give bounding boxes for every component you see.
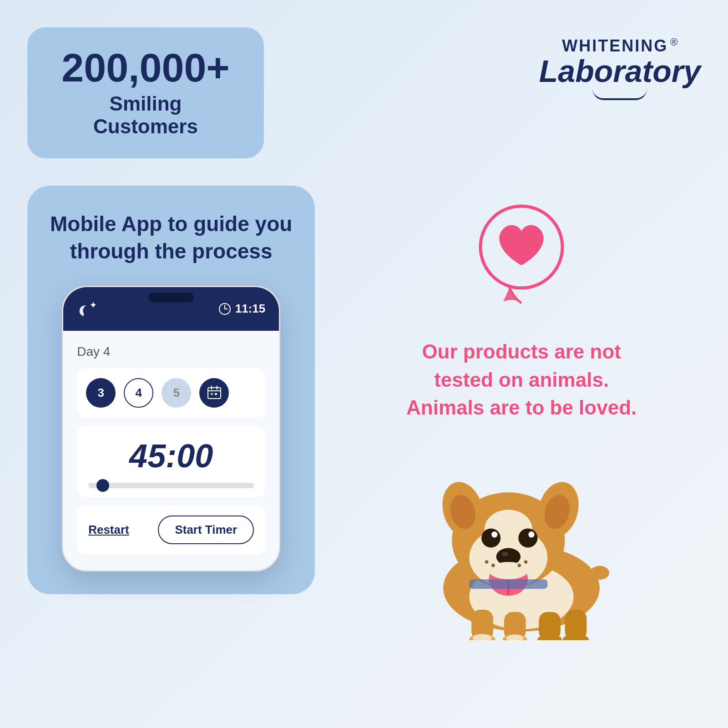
heart-bubble <box>469 199 574 319</box>
svg-point-39 <box>485 560 489 564</box>
svg-point-32 <box>491 531 497 537</box>
phone-notch <box>148 293 194 303</box>
start-timer-button[interactable]: Start Timer <box>158 516 254 544</box>
svg-rect-43 <box>470 579 548 589</box>
middle-section: Mobile App to guide youthrough the proce… <box>27 186 701 701</box>
app-card: Mobile App to guide youthrough the proce… <box>27 186 315 594</box>
top-section: 200,000+ Smiling Customers WHITENING ® L… <box>27 27 701 158</box>
logo-whitening: WHITENING <box>562 36 668 56</box>
day-label: Day 4 <box>77 344 265 359</box>
svg-point-41 <box>524 560 528 564</box>
day-circle-5: 5 <box>162 378 191 408</box>
day-circle-calendar <box>199 378 229 408</box>
phone-header: ✦ 11:15 <box>63 287 279 331</box>
right-section: Our products are nottested on animals.An… <box>342 186 701 640</box>
phone-content: Day 4 3 4 5 <box>63 331 279 570</box>
logo-area: WHITENING ® Laboratory <box>539 27 701 100</box>
logo-laboratory: Laboratory <box>539 56 701 86</box>
svg-rect-8 <box>211 393 213 395</box>
phone-mockup: ✦ 11:15 Day 4 <box>62 286 280 571</box>
timer-display: 45:00 <box>88 437 254 475</box>
customers-number: 200,000+ <box>61 48 230 88</box>
calendar-icon <box>207 385 222 400</box>
logo-registered: ® <box>670 36 677 48</box>
svg-point-38 <box>489 562 528 579</box>
svg-point-30 <box>481 528 500 547</box>
logo-smile-underline <box>592 89 647 100</box>
phone-buttons-area: Restart Start Timer <box>77 506 265 554</box>
svg-rect-4 <box>208 388 221 399</box>
progress-bar <box>88 483 254 488</box>
restart-button[interactable]: Restart <box>88 523 129 537</box>
day-circle-3: 3 <box>86 378 116 408</box>
customers-badge: 200,000+ Smiling Customers <box>27 27 264 158</box>
svg-point-44 <box>590 566 609 580</box>
svg-point-40 <box>491 564 495 567</box>
svg-point-35 <box>501 552 508 556</box>
svg-text:✦: ✦ <box>90 301 96 310</box>
clock-icon <box>218 302 232 316</box>
progress-dot <box>96 479 109 492</box>
page-container: 200,000+ Smiling Customers WHITENING ® L… <box>0 0 728 728</box>
customers-label: Smiling Customers <box>59 92 232 138</box>
timer-card: 45:00 <box>77 426 265 497</box>
phone-app-icon: ✦ <box>77 296 100 322</box>
phone-logo-svg: ✦ <box>77 300 100 318</box>
dog-area <box>342 445 701 640</box>
phone-time-display: 11:15 <box>218 302 266 316</box>
svg-rect-9 <box>215 393 217 395</box>
day-circles-container: 3 4 5 <box>77 368 265 418</box>
svg-point-33 <box>528 531 534 537</box>
svg-point-31 <box>518 528 537 547</box>
svg-point-42 <box>518 564 521 567</box>
phone-time: 11:15 <box>235 302 266 316</box>
corgi-dog-svg <box>385 445 658 640</box>
app-card-title: Mobile App to guide youthrough the proce… <box>50 211 292 265</box>
day-circle-4: 4 <box>124 378 153 408</box>
speech-bubble-svg <box>469 199 574 318</box>
cruelty-free-text: Our products are nottested on animals.An… <box>406 338 637 422</box>
